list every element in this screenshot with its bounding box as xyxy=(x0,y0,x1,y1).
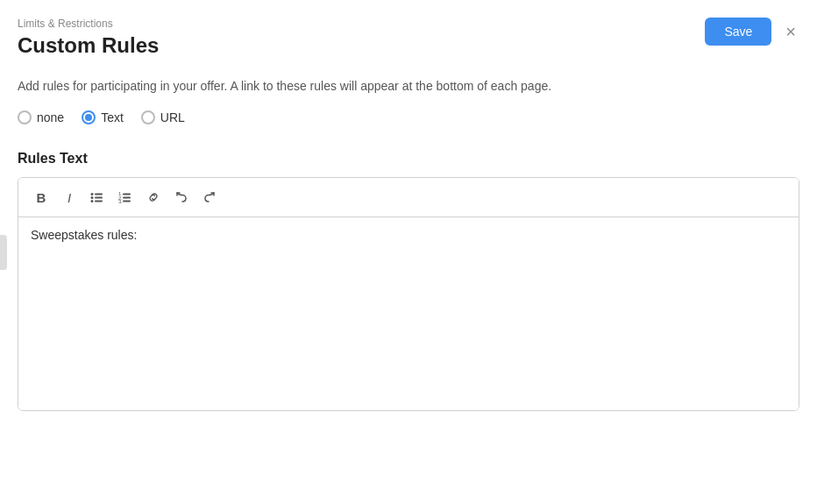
link-button[interactable] xyxy=(141,185,166,209)
undo-button[interactable] xyxy=(169,185,194,209)
svg-rect-5 xyxy=(95,201,103,202)
ordered-list-button[interactable]: 1. 2. 3. xyxy=(113,185,138,209)
ordered-list-icon: 1. 2. 3. xyxy=(118,190,132,204)
radio-url-label: URL xyxy=(160,110,185,124)
radio-text-label: Text xyxy=(101,110,124,124)
page-container: Save × Limits & Restrictions Custom Rule… xyxy=(0,0,817,429)
radio-none-label: none xyxy=(37,110,64,124)
svg-text:3.: 3. xyxy=(118,199,123,204)
header-actions: Save × xyxy=(705,18,799,46)
svg-rect-3 xyxy=(95,197,103,199)
redo-button[interactable] xyxy=(197,185,222,209)
editor-content[interactable]: Sweepstakes rules: xyxy=(18,217,799,410)
bold-icon: B xyxy=(37,190,46,205)
radio-url[interactable] xyxy=(141,110,155,124)
rules-section-title: Rules Text xyxy=(18,151,799,167)
unordered-list-icon xyxy=(90,190,104,204)
link-icon xyxy=(146,190,160,204)
undo-icon xyxy=(174,190,188,204)
italic-button[interactable]: I xyxy=(57,185,82,209)
unordered-list-button[interactable] xyxy=(85,185,110,209)
italic-icon: I xyxy=(67,190,71,205)
radio-option-none[interactable]: none xyxy=(18,110,64,124)
svg-point-2 xyxy=(91,196,94,199)
radio-option-text[interactable]: Text xyxy=(82,110,124,124)
redo-icon xyxy=(202,190,217,204)
svg-rect-7 xyxy=(123,194,131,195)
svg-rect-11 xyxy=(123,201,131,202)
radio-text[interactable] xyxy=(82,110,96,124)
bold-button[interactable]: B xyxy=(29,185,53,209)
radio-option-url[interactable]: URL xyxy=(141,110,185,124)
editor-toolbar: B I 1. 2. xyxy=(18,178,799,217)
svg-rect-1 xyxy=(95,194,103,195)
svg-rect-9 xyxy=(123,197,131,199)
page-title: Custom Rules xyxy=(18,33,799,58)
radio-group: none Text URL xyxy=(18,110,799,124)
breadcrumb: Limits & Restrictions xyxy=(18,18,799,30)
svg-point-4 xyxy=(91,200,94,202)
description-text: Add rules for participating in your offe… xyxy=(18,79,799,93)
svg-point-0 xyxy=(91,193,94,195)
close-button[interactable]: × xyxy=(782,19,799,44)
save-button[interactable]: Save xyxy=(705,18,771,46)
editor-container: B I 1. 2. xyxy=(18,177,799,411)
radio-none[interactable] xyxy=(18,110,32,124)
